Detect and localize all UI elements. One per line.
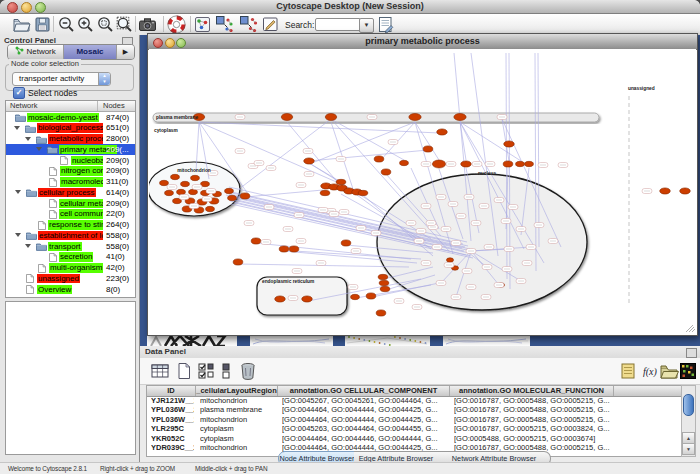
notepad-icon[interactable] — [618, 361, 638, 381]
graph-node[interactable] — [381, 169, 391, 175]
graph-node[interactable] — [525, 161, 534, 166]
graph-node[interactable] — [171, 174, 180, 179]
column-header[interactable]: annotation.GO MOLECULAR_FUNCTION — [450, 386, 614, 396]
table-cell[interactable]: [GO:0044464, GO:0044446, GO:0044444, G..… — [282, 434, 448, 443]
graph-node[interactable] — [400, 160, 409, 165]
tab-mosaic[interactable]: Mosaic — [64, 45, 116, 59]
graph-node[interactable] — [228, 195, 237, 200]
attribute-table-icon[interactable] — [150, 361, 170, 381]
graph-node[interactable] — [240, 193, 250, 199]
graph-node[interactable] — [279, 246, 289, 252]
graph-node[interactable] — [366, 293, 376, 299]
graph-node[interactable] — [409, 113, 421, 120]
table-cell[interactable]: YPL036W__1 — [151, 415, 194, 424]
graph-node[interactable] — [233, 259, 243, 265]
graph-node[interactable] — [503, 161, 513, 167]
graph-node[interactable] — [461, 161, 472, 167]
scroll-down-button[interactable]: ▼ — [682, 443, 695, 455]
graph-node[interactable] — [289, 246, 299, 252]
tree-row[interactable]: secretion41(0) — [6, 252, 135, 263]
snapshot-icon[interactable] — [138, 15, 157, 34]
expand-triangle-icon[interactable] — [25, 244, 31, 248]
open-file-icon[interactable] — [12, 15, 31, 34]
table-cell[interactable]: cytoplasm — [200, 434, 276, 443]
graph-node[interactable] — [275, 296, 286, 302]
expand-triangle-icon[interactable] — [14, 126, 20, 130]
tree-row[interactable]: cellular process614(0) — [6, 187, 135, 198]
column-header[interactable]: ID — [147, 386, 196, 396]
table-cell[interactable]: [GO:0044464, GO:0044444, GO:0044425, G..… — [282, 415, 448, 424]
attribute-editor-icon[interactable] — [376, 15, 395, 34]
graph-node[interactable] — [680, 188, 691, 194]
graph-node[interactable] — [191, 175, 200, 180]
graph-node[interactable] — [437, 129, 448, 135]
table-scrollbar[interactable]: ▲ ▼ — [681, 385, 696, 457]
table-cell[interactable]: mitochondrion — [200, 415, 276, 424]
zoom-fit-icon[interactable] — [115, 15, 134, 34]
zoom-out-icon[interactable] — [57, 15, 76, 34]
select-nodes-checkbox[interactable]: ✓ — [13, 87, 25, 99]
annotation-icon[interactable] — [261, 15, 280, 34]
graph-node[interactable] — [380, 286, 390, 291]
graph-node[interactable] — [378, 274, 388, 279]
tree-row[interactable]: establishment of lo558(0) — [6, 230, 135, 241]
tree-row[interactable]: multi-organism pro42(0) — [6, 263, 135, 274]
table-cell[interactable]: [GO:0045263, GO:0044464, GO:0044455, G..… — [282, 424, 448, 433]
network-view-window[interactable]: primary metabolic process plasma membran… — [147, 33, 698, 336]
import-folder-icon[interactable] — [659, 361, 679, 381]
graph-node[interactable] — [454, 113, 466, 120]
graph-node[interactable] — [358, 190, 368, 195]
table-cell[interactable]: [GO:0044464, GO:0044444, GO:0044425, G..… — [282, 405, 448, 414]
graph-node[interactable] — [660, 188, 671, 194]
table-cell[interactable]: [GO:0016787, GO:0005488, GO:0005215, G..… — [454, 396, 679, 405]
graph-node[interactable] — [251, 238, 261, 244]
tab-network[interactable]: Network — [8, 45, 64, 59]
column-header[interactable]: _cellularLayoutRegion — [196, 386, 278, 396]
matrix-icon[interactable] — [678, 361, 698, 381]
graph-node[interactable] — [304, 158, 315, 164]
app-title-bar[interactable]: Cytoscape Desktop (New Session) — [0, 0, 700, 14]
tree-row[interactable]: nitrogen compo209(0) — [6, 166, 135, 177]
new-attribute-icon[interactable] — [174, 361, 194, 381]
function-builder-icon[interactable]: f(x) — [641, 361, 661, 381]
table-cell[interactable]: [GO:0016787, GO:0005215, GO:0003824, G..… — [454, 424, 679, 433]
table-cell[interactable]: YKR052C — [151, 434, 194, 443]
graph-node[interactable] — [379, 280, 389, 285]
tree-row[interactable]: mosaic-demo-yeast874(0) — [6, 112, 135, 123]
graph-node[interactable] — [160, 180, 169, 185]
tree-row[interactable]: cellular metabo209(0) — [6, 198, 135, 209]
table-cell[interactable]: cytoplasm — [200, 424, 276, 433]
graph-node[interactable] — [281, 113, 292, 120]
graph-node[interactable] — [206, 206, 215, 211]
help-lifesaver-icon[interactable] — [167, 15, 186, 34]
table-cell[interactable]: YPL036W__2 — [151, 405, 194, 414]
table-cell[interactable]: YDR039C__1 — [151, 443, 194, 452]
graph-node[interactable] — [504, 141, 515, 147]
graph-node[interactable] — [351, 294, 360, 299]
graph-node[interactable] — [325, 113, 336, 120]
search-input[interactable] — [315, 18, 361, 31]
table-cell[interactable]: YLR295C — [151, 424, 194, 433]
table-cell[interactable]: mitochondrion — [200, 396, 276, 405]
tree-row[interactable]: nucleobase-209(0) — [6, 155, 135, 166]
search-dropdown-button[interactable]: ▼ — [359, 18, 374, 33]
tab-overflow-button[interactable]: ▶ — [116, 45, 134, 59]
network-window-title-bar[interactable]: primary metabolic process — [148, 34, 697, 50]
tree-row[interactable]: unassigned223(0) — [6, 273, 135, 284]
graph-node[interactable] — [165, 190, 174, 195]
network-canvas[interactable]: plasma membranecytoplasmmitochondrionnuc… — [149, 49, 696, 334]
expand-triangle-icon[interactable] — [15, 233, 21, 237]
graph-node[interactable] — [181, 181, 190, 186]
select-attributes-icon[interactable] — [196, 361, 216, 381]
expand-triangle-icon[interactable] — [25, 137, 31, 141]
zoom-selected-icon[interactable] — [96, 15, 115, 34]
layout-a-icon[interactable] — [215, 15, 234, 34]
table-cell[interactable]: [GO:0016787, GO:0005488, GO:0005215, G..… — [454, 405, 679, 414]
graph-node[interactable] — [446, 258, 453, 262]
tree-row[interactable]: primary metabo209(... — [6, 144, 135, 155]
graph-node[interactable] — [177, 189, 186, 194]
graph-node[interactable] — [320, 190, 330, 195]
delete-attribute-icon[interactable] — [238, 361, 258, 381]
unselect-attributes-icon[interactable] — [217, 361, 237, 381]
tree-row[interactable]: metabolic process280(0) — [6, 134, 135, 145]
